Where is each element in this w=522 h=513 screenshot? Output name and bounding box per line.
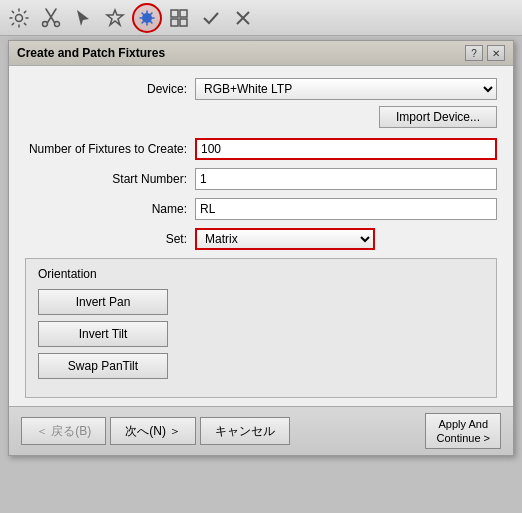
device-select-wrap: RGB+White LTP bbox=[195, 78, 497, 100]
cut-icon[interactable] bbox=[36, 3, 66, 33]
start-number-wrap bbox=[195, 168, 497, 190]
star-icon[interactable] bbox=[100, 3, 130, 33]
pointer-icon[interactable] bbox=[68, 3, 98, 33]
fixtures-row: Number of Fixtures to Create: bbox=[25, 138, 497, 160]
device-row: Device: RGB+White LTP bbox=[25, 78, 497, 100]
set-row: Set: Matrix Default Custom bbox=[25, 228, 497, 250]
name-input[interactable] bbox=[195, 198, 497, 220]
svg-rect-6 bbox=[180, 10, 187, 17]
footer-left: ＜ 戻る(B) 次へ(N) ＞ キャンセル bbox=[21, 417, 290, 445]
apply-btn-line1: Apply And bbox=[438, 418, 488, 430]
swap-pan-tilt-button[interactable]: Swap PanTilt bbox=[38, 353, 168, 379]
dialog-titlebar: Create and Patch Fixtures ? ✕ bbox=[9, 41, 513, 66]
next-button[interactable]: 次へ(N) ＞ bbox=[110, 417, 196, 445]
settings-icon[interactable] bbox=[4, 3, 34, 33]
apply-btn-line2: Continue > bbox=[436, 432, 490, 444]
orientation-legend: Orientation bbox=[38, 267, 484, 281]
device-select[interactable]: RGB+White LTP bbox=[195, 78, 497, 100]
svg-point-0 bbox=[16, 14, 23, 21]
svg-point-1 bbox=[43, 21, 48, 26]
grid-icon[interactable] bbox=[164, 3, 194, 33]
import-btn-row: Import Device... bbox=[25, 106, 497, 128]
svg-rect-5 bbox=[171, 10, 178, 17]
check-icon[interactable] bbox=[196, 3, 226, 33]
svg-marker-3 bbox=[107, 10, 123, 25]
svg-rect-8 bbox=[180, 19, 187, 26]
import-device-button[interactable]: Import Device... bbox=[379, 106, 497, 128]
back-button[interactable]: ＜ 戻る(B) bbox=[21, 417, 106, 445]
start-number-row: Start Number: bbox=[25, 168, 497, 190]
start-number-label: Start Number: bbox=[25, 172, 195, 186]
apply-and-continue-button[interactable]: Apply And Continue > bbox=[425, 413, 501, 449]
dialog-footer: ＜ 戻る(B) 次へ(N) ＞ キャンセル Apply And Continue… bbox=[9, 406, 513, 455]
name-label: Name: bbox=[25, 202, 195, 216]
create-patch-dialog: Create and Patch Fixtures ? ✕ Device: RG… bbox=[8, 40, 514, 456]
help-button[interactable]: ? bbox=[465, 45, 483, 61]
svg-rect-7 bbox=[171, 19, 178, 26]
name-row: Name: bbox=[25, 198, 497, 220]
invert-pan-button[interactable]: Invert Pan bbox=[38, 289, 168, 315]
x-close-icon[interactable] bbox=[228, 3, 258, 33]
dialog-title: Create and Patch Fixtures bbox=[17, 46, 165, 60]
name-wrap bbox=[195, 198, 497, 220]
start-number-input[interactable] bbox=[195, 168, 497, 190]
set-wrap: Matrix Default Custom bbox=[195, 228, 497, 250]
fixture-icon[interactable] bbox=[132, 3, 162, 33]
dialog-controls: ? ✕ bbox=[465, 45, 505, 61]
svg-point-2 bbox=[55, 21, 60, 26]
dialog-body: Device: RGB+White LTP Import Device... N… bbox=[9, 66, 513, 406]
cancel-button[interactable]: キャンセル bbox=[200, 417, 290, 445]
fixtures-label: Number of Fixtures to Create: bbox=[25, 142, 195, 156]
fixtures-input-wrap bbox=[195, 138, 497, 160]
toolbar bbox=[0, 0, 522, 36]
device-label: Device: bbox=[25, 82, 195, 96]
set-select[interactable]: Matrix Default Custom bbox=[195, 228, 375, 250]
orientation-group: Orientation Invert Pan Invert Tilt Swap … bbox=[25, 258, 497, 398]
close-button[interactable]: ✕ bbox=[487, 45, 505, 61]
invert-tilt-button[interactable]: Invert Tilt bbox=[38, 321, 168, 347]
set-label: Set: bbox=[25, 232, 195, 246]
fixtures-input[interactable] bbox=[195, 138, 497, 160]
